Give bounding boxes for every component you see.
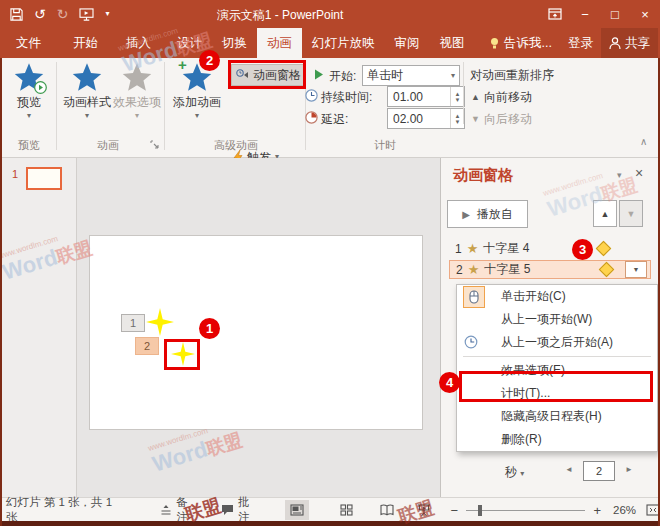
reorder-header: 对动画重新排序 bbox=[470, 67, 554, 84]
slide-canvas[interactable]: 1 2 bbox=[89, 235, 423, 430]
delay-value: 02.00 bbox=[393, 112, 423, 126]
menu-remove[interactable]: 删除(R) bbox=[457, 428, 657, 451]
chevron-down-icon: ▾ bbox=[85, 112, 89, 120]
tell-me-box[interactable]: 告诉我... bbox=[481, 28, 560, 58]
effect-star-icon: ★ bbox=[467, 242, 479, 255]
zoom-level[interactable]: 26% bbox=[613, 504, 636, 516]
tab-transitions[interactable]: 切换 bbox=[212, 28, 257, 58]
chevron-down-icon: ▾ bbox=[195, 112, 199, 120]
zoom-out-button[interactable]: − bbox=[450, 503, 458, 518]
duration-clock-icon bbox=[305, 89, 318, 102]
start-dropdown[interactable]: 单击时 ▾ bbox=[362, 65, 460, 86]
window-left-border bbox=[0, 58, 2, 526]
callout-2: 2 bbox=[199, 50, 220, 71]
tab-slideshow[interactable]: 幻灯片放映 bbox=[302, 28, 385, 58]
effect-options-star-icon bbox=[121, 62, 153, 93]
group-label-timing: 计时 bbox=[330, 138, 440, 153]
move-earlier-label: 向前移动 bbox=[484, 89, 532, 106]
group-label-advanced: 高级动画 bbox=[170, 138, 302, 153]
title-bar: ↺ ↻ ▾ 演示文稿1 - PowerPoint − □ × bbox=[0, 0, 660, 28]
spin-down-icon[interactable]: ▼ bbox=[455, 97, 461, 103]
sign-in-button[interactable]: 登录 bbox=[560, 28, 601, 58]
pane-options-icon[interactable]: ▾ bbox=[617, 170, 622, 180]
preview-label: 预览 bbox=[17, 94, 41, 111]
plus-icon: + bbox=[178, 56, 187, 73]
timeline-zoom-in-icon[interactable]: ► bbox=[625, 465, 633, 474]
preview-star-icon bbox=[13, 62, 45, 93]
annotation-box-timing-menu-item bbox=[459, 371, 653, 402]
dialog-launcher-icon[interactable] bbox=[150, 140, 159, 149]
move-later-button: ▼ 向后移动 bbox=[471, 110, 532, 128]
duration-spinner[interactable]: 01.00 ▲▼ bbox=[387, 86, 465, 107]
animation-item-context-menu: 单击开始(C) 从上一项开始(W) 从上一项之后开始(A) 效果选项(E)...… bbox=[456, 284, 658, 452]
thumbnail-number: 1 bbox=[12, 168, 18, 180]
menu-item-label: 从上一项开始(W) bbox=[501, 311, 592, 328]
slide-thumbnail[interactable] bbox=[26, 167, 62, 190]
window-title: 演示文稿1 - PowerPoint bbox=[0, 7, 560, 24]
delay-clock-icon bbox=[305, 111, 318, 124]
play-from-button[interactable]: ▶ 播放自 bbox=[447, 200, 528, 228]
reorder-up-button[interactable]: ▲ bbox=[593, 200, 617, 227]
delay-label: 延迟: bbox=[321, 111, 348, 128]
animation-list-item-1[interactable]: 1 ★ 十字星 4 bbox=[449, 239, 651, 258]
menu-start-on-click[interactable]: 单击开始(C) bbox=[457, 285, 657, 308]
callout-4: 4 bbox=[439, 372, 460, 393]
four-point-star-shape-1[interactable] bbox=[146, 308, 174, 336]
animation-sequence-tag-1[interactable]: 1 bbox=[121, 314, 145, 332]
sign-in-label: 登录 bbox=[568, 35, 593, 52]
item-order-number: 2 bbox=[456, 263, 463, 277]
preview-button[interactable]: 预览 ▾ bbox=[6, 62, 52, 120]
item-label: 十字星 4 bbox=[483, 240, 529, 257]
menu-start-after-previous[interactable]: 从上一项之后开始(A) bbox=[457, 331, 657, 354]
collapse-ribbon-icon[interactable]: ∧ bbox=[640, 136, 647, 147]
menu-start-with-previous[interactable]: 从上一项开始(W) bbox=[457, 308, 657, 331]
window-controls: − □ × bbox=[540, 0, 660, 28]
effect-options-label: 效果选项 bbox=[113, 94, 161, 111]
chevron-down-icon: ▾ bbox=[520, 469, 524, 478]
animation-star-icon bbox=[71, 62, 103, 93]
start-label: 开始: bbox=[329, 68, 356, 85]
zoom-in-button[interactable]: + bbox=[593, 503, 601, 518]
seconds-label: 秒 bbox=[505, 465, 517, 479]
spin-down-icon[interactable]: ▼ bbox=[455, 119, 461, 125]
seconds-dropdown[interactable]: 秒 ▾ bbox=[505, 464, 524, 481]
move-earlier-button[interactable]: ▲ 向前移动 bbox=[471, 88, 532, 106]
animation-sequence-tag-2[interactable]: 2 bbox=[135, 337, 159, 355]
item-dropdown-button[interactable]: ▼ bbox=[625, 261, 647, 278]
tab-file[interactable]: 文件 bbox=[6, 28, 51, 58]
chevron-down-icon: ▾ bbox=[451, 72, 455, 80]
share-button[interactable]: 共享 bbox=[601, 28, 658, 58]
ribbon: 预览 ▾ 预览 动画样式 ▾ 效果选项 ▾ 动画 bbox=[0, 58, 660, 158]
zoom-slider-thumb[interactable] bbox=[478, 505, 482, 516]
slide-thumbnail-panel: 1 bbox=[2, 158, 77, 497]
pane-close-icon[interactable]: × bbox=[635, 165, 643, 181]
animation-list-item-2[interactable]: 2 ★ 十字星 5 ▼ bbox=[449, 260, 651, 279]
menu-hide-advanced-timeline[interactable]: 隐藏高级日程表(H) bbox=[457, 405, 657, 428]
timeline-diamond-icon bbox=[599, 262, 615, 278]
window-bottom-border bbox=[0, 521, 660, 526]
add-animation-label: 添加动画 bbox=[173, 94, 221, 111]
zoom-slider[interactable] bbox=[466, 510, 585, 511]
normal-view-button[interactable] bbox=[285, 500, 309, 520]
slide-sorter-view-button[interactable] bbox=[335, 500, 359, 520]
tab-insert[interactable]: 插入 bbox=[116, 28, 161, 58]
ribbon-tabs: 文件 开始 插入 设计 切换 动画 幻灯片放映 审阅 视图 告诉我... 登录 … bbox=[0, 28, 660, 58]
minimize-button[interactable]: − bbox=[570, 0, 600, 28]
maximize-button[interactable]: □ bbox=[600, 0, 630, 28]
timeline-zoom-out-icon[interactable]: ◄ bbox=[565, 465, 573, 474]
slideshow-view-button[interactable] bbox=[413, 500, 437, 520]
chevron-down-icon: ▾ bbox=[27, 112, 31, 120]
menu-separator bbox=[463, 356, 651, 357]
tab-review[interactable]: 审阅 bbox=[385, 28, 430, 58]
tab-view[interactable]: 视图 bbox=[430, 28, 475, 58]
tab-animations[interactable]: 动画 bbox=[257, 28, 302, 58]
delay-spinner[interactable]: 02.00 ▲▼ bbox=[387, 108, 465, 129]
ribbon-display-options-icon[interactable] bbox=[540, 0, 570, 28]
add-animation-button[interactable]: + 添加动画 ▾ bbox=[170, 62, 224, 120]
animation-styles-button[interactable]: 动画样式 ▾ bbox=[60, 62, 114, 120]
move-later-label: 向后移动 bbox=[484, 111, 532, 128]
animation-pane-title: 动画窗格 bbox=[453, 166, 513, 185]
reading-view-button[interactable] bbox=[375, 500, 399, 520]
close-button[interactable]: × bbox=[630, 0, 660, 28]
tab-home[interactable]: 开始 bbox=[63, 28, 108, 58]
